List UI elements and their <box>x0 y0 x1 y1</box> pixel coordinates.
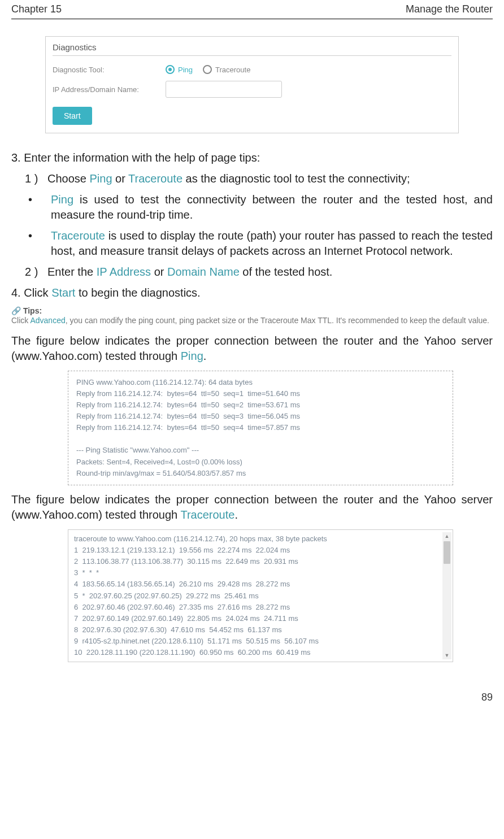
traceroute-name: Traceroute <box>51 229 105 242</box>
diagnostics-panel: Diagnostics Diagnostic Tool: Ping Tracer… <box>45 36 459 133</box>
ping-output-box: PING www.Yahoo.com (116.214.12.74): 64 d… <box>68 371 453 485</box>
step-3-list: 1 ) Choose Ping or Traceroute as the dia… <box>11 171 493 280</box>
text: Click <box>11 316 30 325</box>
text: The figure below indicates the proper co… <box>11 334 493 362</box>
scrollbar[interactable]: ▲ ▼ <box>442 532 451 660</box>
bullet-ping: • Ping is used to test the connectivity … <box>25 192 493 223</box>
text: Enter the <box>47 266 97 278</box>
start-link: Start <box>51 286 75 299</box>
ping-link: Ping <box>181 350 203 362</box>
traceroute-output-box: traceroute to www.Yahoo.com (116.214.12.… <box>68 529 453 663</box>
bullet-marker: • <box>25 228 51 259</box>
text: or <box>112 172 129 185</box>
diagnostic-tool-row: Diagnostic Tool: Ping Traceroute <box>46 62 458 77</box>
tips-header: 🔗 Tips: <box>11 306 493 315</box>
text: as the diagnostic tool to test the conne… <box>183 172 410 185</box>
text: Choose <box>47 172 90 185</box>
tips-label: Tips: <box>23 306 42 315</box>
ip-address-link: IP Address <box>97 266 151 278</box>
ping-paragraph: The figure below indicates the proper co… <box>11 333 493 364</box>
diagnostic-tool-label: Diagnostic Tool: <box>53 66 166 74</box>
step-marker: 1 ) <box>25 171 47 186</box>
step-3-2: 2 ) Enter the IP Address or Domain Name … <box>25 264 493 280</box>
bullet-content: Ping is used to test the connectivity be… <box>51 192 493 223</box>
text: 4. Click <box>11 286 51 299</box>
ip-address-input[interactable] <box>166 81 282 98</box>
traceroute-radio-label: Traceroute <box>215 66 250 74</box>
tips-body: Click Advanced, you can modify the ping … <box>11 315 493 327</box>
text: to begin the diagnostics. <box>75 286 200 299</box>
step-3-1: 1 ) Choose Ping or Traceroute as the dia… <box>25 171 493 186</box>
text: . <box>234 508 238 521</box>
radio-selected-icon <box>166 65 175 74</box>
chapter-label: Chapter 15 <box>11 3 62 15</box>
scroll-thumb[interactable] <box>444 541 450 564</box>
scroll-up-icon[interactable]: ▲ <box>443 532 451 540</box>
start-button[interactable]: Start <box>53 107 92 125</box>
ip-address-label: IP Address/Domain Name: <box>53 85 166 94</box>
step-content: Choose Ping or Traceroute as the diagnos… <box>47 171 493 186</box>
traceroute-output-text: traceroute to www.Yahoo.com (116.214.12.… <box>74 533 447 659</box>
diagnostics-title: Diagnostics <box>46 37 458 55</box>
section-title: Manage the Router <box>406 3 493 15</box>
bullet-content: Traceroute is used to display the route … <box>51 228 493 259</box>
text: is used to display the route (path) your… <box>51 229 493 257</box>
step-content: Enter the IP Address or Domain Name of t… <box>47 264 493 280</box>
ping-link: Ping <box>90 172 112 185</box>
bullet-marker: • <box>25 192 51 223</box>
page-number: 89 <box>481 692 493 703</box>
text: The figure below indicates the proper co… <box>11 493 493 521</box>
page-footer: 89 <box>11 669 493 709</box>
domain-name-link: Domain Name <box>167 266 240 278</box>
divider <box>53 55 451 56</box>
ip-address-row: IP Address/Domain Name: <box>46 77 458 101</box>
traceroute-radio[interactable]: Traceroute <box>203 65 250 74</box>
radio-unselected-icon <box>203 65 212 74</box>
text: is used to test the connectivity between… <box>51 193 493 221</box>
step-4: 4. Click Start to begin the diagnostics. <box>11 285 493 301</box>
text: . <box>203 350 207 362</box>
text: of the tested host. <box>240 266 333 278</box>
scroll-down-icon[interactable]: ▼ <box>443 651 451 659</box>
ping-name: Ping <box>51 193 73 206</box>
traceroute-link: Traceroute <box>128 172 183 185</box>
text: , you can modify the ping count, ping pa… <box>66 316 489 325</box>
text: or <box>151 266 167 278</box>
traceroute-paragraph: The figure below indicates the proper co… <box>11 492 493 523</box>
page-header: Chapter 15 Manage the Router <box>11 0 493 19</box>
link-icon: 🔗 <box>11 306 23 315</box>
ping-radio-label: Ping <box>178 66 193 74</box>
ping-radio[interactable]: Ping <box>166 65 193 74</box>
bullet-traceroute: • Traceroute is used to display the rout… <box>25 228 493 259</box>
step-3: 3. Enter the information with the help o… <box>11 150 493 166</box>
traceroute-link: Traceroute <box>180 508 234 521</box>
step-marker: 2 ) <box>25 264 47 280</box>
advanced-link: Advanced <box>30 316 65 325</box>
